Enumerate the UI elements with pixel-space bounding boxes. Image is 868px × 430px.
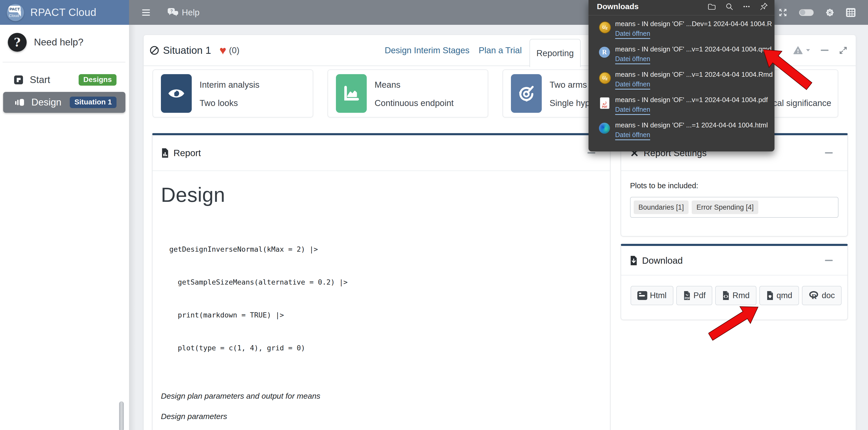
download-item[interactable]: means - IN design 'OF' ...=1 2024-04-04 … (595, 119, 770, 144)
arrows-out-icon[interactable] (778, 8, 787, 17)
logo-text-cloud: Cloud (9, 13, 19, 18)
topbar-right-icons (778, 8, 856, 17)
situation-header: Situation 1 ♥ (0) (149, 35, 240, 66)
help-label: Help (182, 7, 199, 18)
ultraedit-icon: UE (599, 22, 611, 33)
expand-icon[interactable] (839, 46, 847, 55)
slash-circle-icon (149, 45, 159, 55)
chart-area-icon (336, 74, 367, 113)
downloads-flyout-icons (708, 3, 768, 10)
sidebar-scrollbar-thumb[interactable] (119, 401, 124, 430)
sidebar-need-help[interactable]: ? Need help? (8, 33, 83, 52)
file-heart-icon (766, 291, 774, 300)
downloads-flyout-title: Downloads (597, 2, 639, 11)
sidebar-divider (3, 62, 125, 62)
design-parameters-caption: Design parameters (161, 412, 594, 421)
design-bars-icon (14, 97, 25, 107)
tab-plan-a-trial[interactable]: Plan a Trial (478, 35, 522, 66)
sidebar-item-label: Design (31, 97, 61, 108)
download-filename: means - IN design 'OF' ...Dev=1 2024-04-… (615, 20, 772, 28)
help-button[interactable]: ? Help (167, 7, 199, 18)
download-filename: means - IN design 'OF' ...=1 2024-04-04 … (615, 121, 768, 129)
download-item[interactable]: ⤾PDF means - IN design 'OF' ...v=1 2024-… (595, 94, 770, 119)
report-panel: Report Design getDesignInverseNormal(kMa… (152, 133, 611, 430)
plots-select-input[interactable]: Boundaries [1] Error Spending [4] (630, 197, 838, 218)
r-logo-icon: R (809, 291, 819, 300)
file-code-icon (722, 291, 730, 300)
open-file-link[interactable]: Datei öffnen (615, 30, 650, 39)
browser-window-icon (637, 291, 647, 300)
report-settings-body: Plots to be included: Boundaries [1] Err… (621, 171, 847, 218)
rpact-logo-icon: PACT Cloud (7, 4, 24, 21)
pdf-download-button[interactable]: PDF Pdf (676, 286, 713, 305)
code-line: print(markdown = TRUE) |> (169, 310, 594, 321)
code-block: getDesignInverseNormal(kMax = 2) |> getS… (169, 222, 594, 375)
situation-title: Situation 1 (163, 45, 211, 56)
report-panel-header: Report (153, 135, 610, 171)
sidebar-item-start[interactable]: Start Designs (3, 69, 125, 90)
collapse-report-button[interactable] (587, 152, 595, 154)
downloads-flyout: Downloads UE means - IN design 'OF' ...D… (589, 0, 774, 152)
sidebar-item-design[interactable]: Design Situation 1 (3, 92, 125, 113)
download-item[interactable]: R means - IN design 'OF' ...v=1 2024-04-… (595, 43, 770, 68)
qmd-download-button[interactable]: qmd (760, 286, 799, 305)
flag-square-icon (14, 75, 23, 84)
download-buttons: Html PDF Pdf Rmd qmd R doc (621, 275, 847, 305)
report-heading: Design (161, 183, 594, 207)
pdf-file-icon: ⤾PDF (600, 97, 610, 109)
grid-icon[interactable] (846, 8, 856, 17)
card-subtitle: local significance (766, 98, 831, 108)
app-root: PACT Cloud RPACT Cloud ? Need help? Star… (0, 0, 868, 430)
card-title: Means (375, 80, 400, 90)
annotation-arrow-qmd-file (760, 47, 814, 91)
file-chart-icon (161, 148, 169, 158)
collapse-download-button[interactable] (825, 260, 833, 261)
tab-design-interim-stages[interactable]: Design Interim Stages (376, 35, 478, 66)
eye-icon (161, 74, 192, 113)
open-file-link[interactable]: Datei öffnen (615, 106, 650, 115)
download-filename: means - IN design 'OF' ...v=1 2024-04-04… (615, 96, 768, 104)
file-pdf-icon: PDF (683, 291, 691, 300)
collapse-report-settings-button[interactable] (825, 152, 833, 154)
html-download-button[interactable]: Html (630, 286, 673, 305)
tab-reporting[interactable]: Reporting (529, 39, 581, 67)
card-title: Two arms (550, 80, 587, 90)
content-left-shadow (129, 25, 136, 430)
heart-like-icon[interactable]: ♥ (219, 45, 226, 56)
minimize-icon[interactable] (821, 49, 829, 51)
sidebar-item-label: Start (30, 74, 50, 86)
question-mark-icon: ? (8, 33, 27, 52)
folder-icon[interactable] (708, 3, 716, 10)
designs-badge: Designs (79, 74, 117, 86)
annotation-arrow-qmd-button (708, 305, 761, 341)
card-subtitle: Continuous endpoint (375, 98, 454, 108)
rmd-download-button[interactable]: Rmd (715, 286, 756, 305)
chip-error-spending[interactable]: Error Spending [4] (692, 200, 758, 214)
open-file-link[interactable]: Datei öffnen (615, 55, 650, 64)
card-title: Interim analysis (199, 80, 259, 90)
download-item[interactable]: UE means - IN design 'OF' ...v=1 2024-04… (595, 68, 770, 93)
plots-included-label: Plots to be included: (630, 181, 838, 190)
ultraedit-icon: UE (599, 72, 611, 84)
more-icon[interactable] (743, 3, 750, 10)
download-filename: means - IN design 'OF' ...v=1 2024-04-04… (615, 70, 773, 78)
svg-text:?: ? (170, 9, 173, 13)
open-file-link[interactable]: Datei öffnen (615, 131, 650, 140)
hamburger-menu-button[interactable] (142, 9, 150, 16)
pin-icon[interactable] (760, 3, 768, 10)
doc-download-button[interactable]: R doc (802, 286, 842, 305)
search-icon[interactable] (725, 3, 733, 10)
chip-boundaries[interactable]: Boundaries [1] (634, 200, 688, 214)
flyout-divider (589, 15, 774, 15)
edge-icon (599, 123, 610, 134)
open-file-link[interactable]: Datei öffnen (615, 80, 650, 90)
download-title: Download (642, 255, 683, 266)
card-subtitle: Two looks (199, 98, 238, 108)
download-item[interactable]: UE means - IN design 'OF' ...Dev=1 2024-… (595, 18, 770, 42)
summary-card-interim: Interim analysis Two looks (153, 69, 313, 118)
summary-card-means: Means Continuous endpoint (328, 69, 488, 118)
report-body: Design getDesignInverseNormal(kMax = 2) … (153, 171, 610, 430)
sun-gear-icon[interactable] (825, 8, 835, 17)
r-file-icon: R (599, 47, 610, 58)
theme-toggle[interactable] (799, 9, 814, 16)
